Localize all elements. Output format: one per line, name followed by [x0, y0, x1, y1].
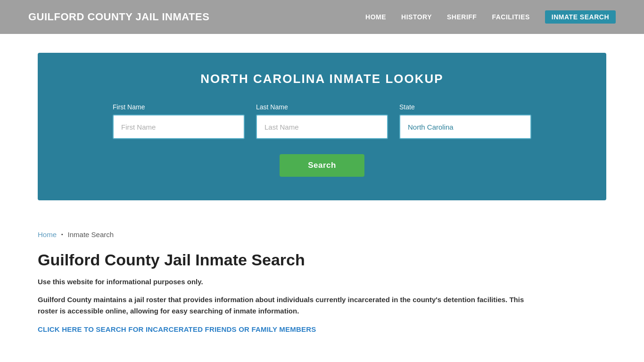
first-name-group: First Name: [113, 103, 245, 139]
first-name-label: First Name: [113, 103, 245, 111]
main-content: Guilford County Jail Inmate Search Use t…: [0, 243, 644, 353]
state-label: State: [399, 103, 531, 111]
main-nav: HOME HISTORY SHERIFF FACILITIES INMATE S…: [365, 10, 616, 24]
page-title: Guilford County Jail Inmate Search: [38, 251, 606, 269]
nav-home[interactable]: HOME: [365, 13, 386, 21]
search-fields: First Name Last Name State: [66, 103, 578, 139]
description-text: Guilford County maintains a jail roster …: [38, 294, 533, 317]
nav-facilities[interactable]: FACILITIES: [492, 13, 529, 21]
nav-history[interactable]: HISTORY: [401, 13, 432, 21]
search-button[interactable]: Search: [280, 154, 364, 177]
last-name-label: Last Name: [256, 103, 388, 111]
breadcrumb-separator: •: [61, 232, 63, 237]
breadcrumb-current: Inmate Search: [68, 230, 114, 239]
first-name-input[interactable]: [113, 115, 245, 139]
breadcrumb: Home • Inmate Search: [0, 219, 644, 243]
nav-inmate-search[interactable]: INMATE SEARCH: [545, 10, 616, 24]
cta-link[interactable]: CLICK HERE to Search for Incarcerated Fr…: [38, 325, 316, 333]
state-input[interactable]: [399, 115, 531, 139]
last-name-group: Last Name: [256, 103, 388, 139]
breadcrumb-home-link[interactable]: Home: [38, 230, 57, 239]
last-name-input[interactable]: [256, 115, 388, 139]
site-title: GUILFORD COUNTY JAIL INMATES: [28, 11, 209, 23]
site-header: GUILFORD COUNTY JAIL INMATES HOME HISTOR…: [0, 0, 644, 34]
nav-sheriff[interactable]: SHERIFF: [447, 13, 477, 21]
disclaimer-text: Use this website for informational purpo…: [38, 278, 606, 286]
search-btn-container: Search: [66, 154, 578, 177]
hero-title: NORTH CAROLINA INMATE LOOKUP: [66, 72, 578, 86]
hero-search-section: NORTH CAROLINA INMATE LOOKUP First Name …: [38, 53, 606, 200]
state-group: State: [399, 103, 531, 139]
